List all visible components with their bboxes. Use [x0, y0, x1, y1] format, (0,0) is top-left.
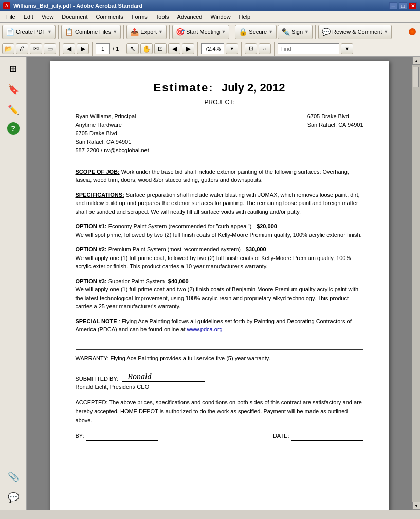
option2-section: OPTION #2: Premium Paint System (most re… — [76, 245, 363, 271]
by-label: BY: — [76, 432, 84, 441]
open-button[interactable]: 📂 — [2, 43, 14, 54]
menu-tools[interactable]: Tools — [152, 13, 173, 21]
pdf-document: Estimate: July 2, 2012 PROJECT: Ryan Wil… — [50, 61, 389, 510]
hand-tool-button[interactable]: ✋ — [140, 43, 153, 54]
main-area: ⊞ 🔖 ✏️ ? 📎 💬 Estimate: July 2, 2012 PROJ… — [0, 57, 420, 510]
export-dropdown-icon: ▼ — [158, 29, 163, 34]
scroll-up-button[interactable]: ▲ — [412, 57, 420, 65]
combine-icon: 📋 — [65, 28, 74, 36]
scroll-thumb[interactable] — [413, 67, 419, 87]
bookmarks-panel-button[interactable]: 🔖 — [5, 81, 22, 98]
menu-forms[interactable]: Forms — [127, 13, 152, 21]
menu-window[interactable]: Window — [206, 13, 234, 21]
sign-button[interactable]: ✒️ Sign ▼ — [278, 25, 313, 39]
app-icon: A — [3, 2, 10, 9]
option3-section: OPTION #3: Superior Paint System- $40,00… — [76, 277, 363, 311]
meeting-dropdown-icon: ▼ — [221, 29, 226, 34]
fit-width-button[interactable]: ↔ — [259, 43, 271, 54]
close-button[interactable]: ✕ — [409, 2, 417, 9]
nav-sep-3 — [123, 42, 123, 56]
next-page-button[interactable]: ▶ — [77, 43, 89, 54]
opt2-title: OPTION #2: — [76, 246, 107, 252]
find-input[interactable] — [278, 43, 339, 54]
scroll-down-button[interactable]: ▼ — [412, 502, 420, 510]
minimize-button[interactable]: ─ — [389, 2, 397, 9]
divider-1 — [76, 163, 363, 163]
create-pdf-icon: 📄 — [6, 28, 14, 36]
scroll-track[interactable] — [412, 65, 420, 502]
email-button[interactable]: ✉ — [30, 43, 42, 54]
secure-button[interactable]: 🔒 Secure ▼ — [235, 25, 277, 39]
signatures-panel-button[interactable]: ✏️ — [5, 102, 22, 118]
secure-dropdown-icon: ▼ — [268, 29, 273, 34]
spec-title: SPECIFICATIONS: — [76, 192, 124, 198]
zoom-input[interactable] — [201, 43, 224, 54]
contact-company: Anytime Hardware — [76, 121, 149, 129]
meeting-icon: 🎯 — [176, 28, 185, 36]
create-pdf-button[interactable]: 📄 Create PDF ▼ — [2, 25, 56, 39]
contact-left: Ryan Williams, Principal Anytime Hardwar… — [76, 112, 149, 155]
accepted-text: ACCEPTED: The above prices, specificatio… — [76, 398, 363, 425]
combine-files-button[interactable]: 📋 Combine Files ▼ — [61, 25, 121, 39]
opt1-desc: Economy Paint System (recommended for "c… — [108, 223, 255, 229]
sidebar-bottom: 📎 💬 — [5, 469, 22, 510]
page-number-input[interactable] — [96, 43, 110, 54]
select-tool-button[interactable]: ↖ — [126, 43, 139, 54]
prev-page-button[interactable]: ◀ — [63, 43, 75, 54]
menu-document[interactable]: Document — [58, 13, 92, 21]
opt2-text: We will apply one (1) full prime coat, f… — [76, 255, 351, 270]
start-meeting-button[interactable]: 🎯 Start Meeting ▼ — [172, 25, 229, 39]
menu-comments[interactable]: Comments — [92, 13, 127, 21]
menu-edit[interactable]: Edit — [20, 13, 38, 21]
vertical-scrollbar[interactable]: ▲ ▼ — [412, 57, 420, 510]
comments-button[interactable]: 💬 — [5, 489, 22, 506]
prev-view-button[interactable]: ◀ — [168, 43, 180, 54]
toolbar-separator-1 — [58, 25, 59, 39]
left-sidebar: ⊞ 🔖 ✏️ ? 📎 💬 — [0, 57, 27, 510]
sign-icon: ✒️ — [281, 28, 290, 36]
menu-help[interactable]: Help — [235, 13, 255, 21]
print-button[interactable]: 🖨 — [16, 43, 28, 54]
special-note-title: SPECIAL NOTE — [76, 318, 117, 324]
opt2-desc: Premium Paint System (most recommended s… — [108, 246, 244, 252]
find-dropdown-button[interactable]: ▼ — [341, 43, 353, 54]
pdf-viewer[interactable]: Estimate: July 2, 2012 PROJECT: Ryan Wil… — [27, 57, 412, 510]
opt2-price: $30,000 — [246, 246, 266, 252]
submitted-label: SUBMITTED BY: — [76, 376, 119, 382]
menu-view[interactable]: View — [38, 13, 58, 21]
right-city-state: San Rafael, CA 94901 — [307, 121, 363, 129]
toolbar: 📄 Create PDF ▼ 📋 Combine Files ▼ 📤 Expor… — [0, 23, 420, 41]
spec-section: SPECIFICATIONS: Surface preparation shal… — [76, 191, 363, 216]
warranty-text: WARRANTY: Flying Ace Painting provides a… — [76, 355, 363, 361]
toolbar-separator-3 — [169, 25, 170, 39]
help-button[interactable]: ? — [7, 122, 20, 135]
attachment-button[interactable]: 📎 — [5, 469, 22, 485]
accepted-section: ACCEPTED: The above prices, specificatio… — [76, 398, 363, 441]
export-icon: 📤 — [130, 28, 139, 36]
menu-advanced[interactable]: Advanced — [173, 13, 207, 21]
next-view-button[interactable]: ▶ — [182, 43, 194, 54]
single-page-button[interactable]: ▭ — [44, 43, 56, 54]
opt1-text: We will spot prime, followed by two (2) … — [76, 232, 362, 238]
review-icon: 💬 — [322, 28, 331, 36]
pages-panel-button[interactable]: ⊞ — [5, 61, 22, 77]
nav-sep-1 — [59, 42, 60, 56]
snapshot-button[interactable]: ⊡ — [154, 43, 167, 54]
signer-name: Ronald Licht, President/ CEO — [76, 384, 363, 390]
submitted-by-line: SUBMITTED BY: Ronald — [76, 372, 363, 382]
fit-page-button[interactable]: ⊡ — [245, 43, 257, 54]
maximize-button[interactable]: □ — [399, 2, 407, 9]
scope-title: SCOPE OF JOB: — [76, 169, 120, 175]
opt3-title: OPTION #3: — [76, 278, 107, 284]
zoom-dropdown-button[interactable]: ▼ — [226, 43, 238, 54]
toolbar-separator-4 — [232, 25, 232, 39]
special-note-link[interactable]: www.pdca.org — [187, 326, 223, 332]
signature-line: Ronald — [122, 372, 205, 382]
estimate-header: Estimate: July 2, 2012 — [76, 81, 363, 95]
opt1-price: $20,000 — [257, 223, 277, 229]
export-button[interactable]: 📤 Export ▼ — [126, 25, 167, 39]
review-comment-button[interactable]: 💬 Review & Comment ▼ — [318, 25, 392, 39]
by-field-line — [86, 431, 158, 441]
menu-bar: File Edit View Document Comments Forms T… — [0, 11, 420, 23]
menu-file[interactable]: File — [2, 13, 20, 21]
